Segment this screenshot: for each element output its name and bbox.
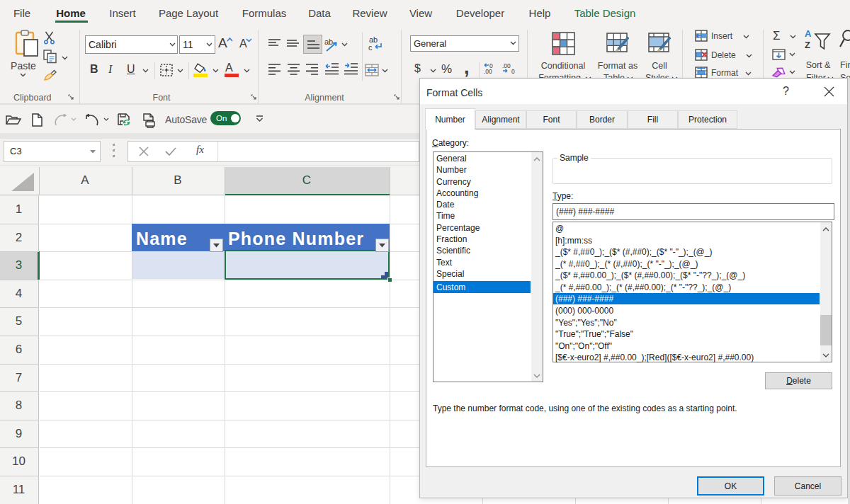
svg-text:0: 0 (511, 68, 515, 75)
svg-text:c: c (368, 43, 373, 52)
svg-text:.00: .00 (484, 68, 492, 75)
svg-text:ab: ab (324, 38, 333, 46)
svg-text:.00: .00 (502, 62, 511, 69)
